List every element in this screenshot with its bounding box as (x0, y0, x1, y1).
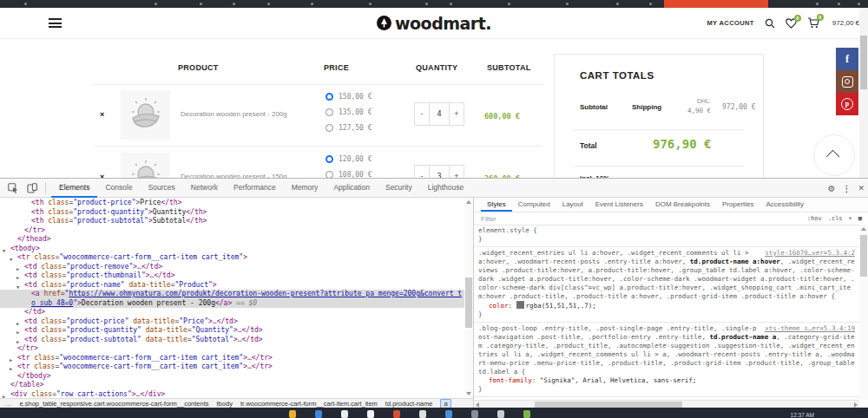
dom-tree-line[interactable]: ▶<td class="product-price" data-title="P… (0, 317, 465, 327)
price-option[interactable]: 127,50 € (326, 124, 372, 132)
dom-tree-line[interactable]: ▶<td class="product-thumbnail">…</td> (0, 271, 465, 281)
taskbar-app-icon[interactable] (419, 410, 426, 418)
price-radio[interactable] (326, 124, 333, 132)
browser-extension-icon[interactable] (816, 3, 819, 5)
browser-extension-icon[interactable] (450, 3, 452, 5)
devtools-tab-performance[interactable]: Performance (226, 179, 284, 198)
devtools-tab-security[interactable]: Security (378, 179, 420, 198)
breadcrumb-item[interactable]: e.shop_table_responsive.cart.woocommerce… (20, 400, 209, 408)
dom-tree-line[interactable]: ▼<tr class="woocommerce-cart-form__cart-… (0, 253, 465, 263)
kebab-menu-icon[interactable]: ⋮ (842, 184, 851, 193)
dom-tree-line[interactable]: <a href="https://www.ohmynatura.com/prod… (0, 290, 465, 308)
quantity-input[interactable]: 3 (429, 166, 450, 178)
dom-tree-line[interactable]: </table> (0, 381, 465, 390)
dom-tree-line[interactable]: </thead> (0, 235, 465, 245)
devtools-tab-network[interactable]: Network (183, 179, 226, 198)
wishlist-heart-icon[interactable]: 0 (786, 18, 797, 29)
panel-layout-icon[interactable]: ▦ (858, 215, 862, 222)
settings-gear-icon[interactable]: ⚙ (827, 184, 835, 193)
css-declaration[interactable]: font-family: "Signika", Arial, Helvetica… (478, 376, 855, 385)
product-name-link[interactable]: Decoration wooden present - 200g (181, 110, 287, 118)
dom-tree-line[interactable]: ▼<td class="product-name" data-title="Pr… (0, 281, 465, 291)
stylesheet-source-link[interactable]: xts-theme_s…er=5.3.4:19 (765, 324, 855, 333)
cart-icon[interactable]: 0 (807, 17, 819, 29)
rule-selector[interactable]: style-16070…ver=5.3.4:2.widget_recent_en… (478, 249, 855, 301)
styles-tab-layout[interactable]: Layout (556, 198, 589, 212)
taskbar-app-icon[interactable] (393, 410, 400, 418)
dom-tree-line[interactable]: ▼<tbody> (0, 245, 465, 254)
inspect-element-icon[interactable] (7, 182, 19, 194)
close-icon[interactable]: ✕ (858, 184, 865, 193)
dom-tree-line[interactable]: </tr> (0, 226, 465, 236)
price-radio[interactable] (326, 108, 333, 116)
scroll-down-arrow[interactable] (466, 392, 471, 395)
quantity-increase-button[interactable]: + (450, 103, 464, 125)
styles-tab-properties[interactable]: Properties (716, 198, 760, 212)
color-swatch[interactable] (516, 301, 524, 309)
browser-extension-icon[interactable] (858, 3, 860, 5)
price-radio[interactable] (326, 171, 333, 178)
browser-extension-icon[interactable] (425, 3, 428, 5)
dom-tree-line[interactable]: ▶<td class="product-subtotal" data-title… (0, 336, 465, 345)
quantity-decrease-button[interactable]: - (415, 166, 429, 178)
browser-extension-icon[interactable] (369, 3, 372, 5)
browser-extension-icon[interactable] (233, 3, 235, 5)
dom-tree-line[interactable]: ▶<tr class="woocommerce-cart-form__cart-… (0, 362, 465, 372)
quantity-decrease-button[interactable]: - (415, 103, 429, 125)
toggle-hover-state-button[interactable]: :hov (807, 215, 822, 222)
devtools-tab-application[interactable]: Application (326, 179, 378, 198)
new-style-rule-button[interactable]: + (849, 215, 852, 222)
css-declaration[interactable]: color: rgba(51,51,51,.7); (478, 301, 855, 310)
toggle-class-button[interactable]: .cls (828, 215, 843, 222)
quantity-increase-button[interactable]: + (450, 166, 464, 178)
taskbar-app-icon[interactable] (497, 410, 504, 418)
browser-extension-icon[interactable] (24, 3, 27, 5)
my-account-link[interactable]: MY ACCOUNT (707, 19, 753, 27)
browser-extension-icon[interactable] (616, 3, 619, 5)
taskbar-app-icon[interactable] (523, 410, 530, 418)
scroll-to-top-button[interactable] (813, 134, 855, 176)
taskbar-app-icon[interactable] (341, 410, 348, 418)
styles-tab-styles[interactable]: Styles (481, 198, 512, 212)
dom-tree-line[interactable]: <th class="product-subtotal">Subtotal</t… (0, 217, 465, 226)
browser-extension-icon[interactable] (508, 3, 510, 5)
dom-tree-line[interactable]: ▶<tr class="woocommerce-cart-form__cart-… (0, 354, 465, 363)
price-option[interactable]: 150,00 € (326, 93, 372, 101)
styles-filter-input[interactable]: Filter (474, 215, 807, 223)
remove-item-button[interactable]: × (100, 110, 104, 119)
devtools-tab-lighthouse[interactable]: Lighthouse (420, 179, 472, 198)
styles-tab-accessibility[interactable]: Accessibility (760, 198, 811, 212)
browser-extension-icon[interactable] (155, 3, 157, 5)
social-facebook-icon[interactable]: f (836, 48, 858, 70)
taskbar-clock[interactable]: 12:37 AM (791, 412, 814, 418)
browser-extension-highlight[interactable] (664, 0, 768, 8)
browser-scrollbar-thumb[interactable] (860, 36, 867, 89)
product-thumbnail[interactable] (121, 90, 170, 140)
styles-tab-event-listeners[interactable]: Event Listeners (589, 198, 649, 212)
breadcrumb-item[interactable]: tbody (217, 400, 233, 408)
taskbar-app-icon[interactable] (445, 410, 452, 418)
dom-tree-line[interactable]: </tbody> (0, 372, 465, 382)
taskbar-app-icon[interactable] (367, 410, 374, 418)
scroll-up-arrow[interactable] (861, 227, 866, 231)
social-instagram-icon[interactable] (836, 70, 858, 93)
devtools-tab-elements[interactable]: Elements (51, 179, 97, 198)
quantity-input[interactable]: 4 (429, 103, 450, 125)
scroll-up-arrow[interactable] (466, 200, 471, 204)
browser-scrollbar[interactable] (859, 8, 868, 178)
dom-tree-line[interactable]: </td> (0, 308, 465, 317)
browser-extension-icon[interactable] (649, 3, 652, 5)
price-option[interactable]: 108,00 € (326, 171, 372, 178)
browser-extension-icon[interactable] (200, 3, 202, 5)
dom-tree-line[interactable]: <th class="product-price">Price</th> (0, 199, 465, 208)
stylesheet-source-link[interactable]: style-16070…ver=5.3.4:2 (765, 249, 855, 258)
taskbar-app-icon[interactable] (289, 410, 296, 418)
device-toolbar-icon[interactable] (26, 182, 38, 194)
social-pinterest-icon[interactable]: p (836, 93, 858, 115)
browser-extension-icon[interactable] (566, 3, 569, 5)
element-style-rule[interactable]: element.style {} (474, 225, 859, 247)
price-radio[interactable] (326, 93, 333, 101)
rule-selector[interactable]: xts-theme_s…er=5.3.4:19.blog-post-loop .… (478, 324, 855, 376)
dom-tree-line[interactable]: <th class="product-quantity">Quantity</t… (0, 208, 465, 218)
devtools-tab-console[interactable]: Console (97, 179, 140, 198)
